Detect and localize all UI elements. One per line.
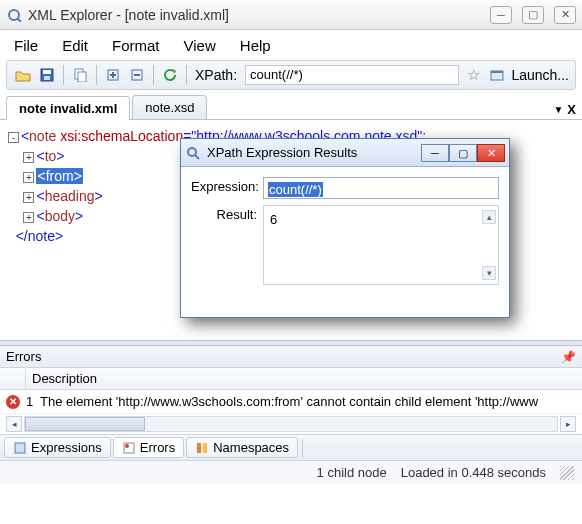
expand-all-icon[interactable] <box>103 65 123 85</box>
svg-line-1 <box>17 18 21 22</box>
dialog-maximize-button[interactable]: ▢ <box>449 144 477 162</box>
expand-toggle[interactable]: + <box>23 212 34 223</box>
tab-expressions[interactable]: Expressions <box>4 437 111 458</box>
pin-icon[interactable]: 📌 <box>561 350 576 364</box>
menu-view[interactable]: View <box>184 37 216 54</box>
save-icon[interactable] <box>37 65 57 85</box>
tab-note-invalid[interactable]: note invalid.xml <box>6 96 130 120</box>
menu-format[interactable]: Format <box>112 37 160 54</box>
result-label: Result: <box>191 205 263 225</box>
toolbar: XPath: count(//*) ☆ Launch... <box>6 60 576 90</box>
xpath-results-dialog: XPath Expression Results ─ ▢ ✕ Expressio… <box>180 138 510 318</box>
svg-rect-19 <box>197 443 201 453</box>
document-tabs: note invalid.xml note.xsd ▼ X <box>0 94 582 120</box>
scroll-left-icon[interactable]: ◂ <box>6 416 22 432</box>
tab-errors[interactable]: Errors <box>113 437 184 458</box>
tab-label: Namespaces <box>213 440 289 455</box>
expression-label: Expression: <box>191 177 263 197</box>
expand-toggle[interactable]: + <box>23 172 34 183</box>
error-description: The element 'http://www.w3schools.com:fr… <box>40 394 582 409</box>
xpath-value: count(//*) <box>250 67 303 82</box>
separator <box>186 65 187 85</box>
copy-icon[interactable] <box>70 65 90 85</box>
errors-grid-header: Description <box>0 368 582 390</box>
separator <box>302 439 303 457</box>
expand-toggle[interactable]: + <box>23 192 34 203</box>
scroll-thumb[interactable] <box>25 417 145 431</box>
separator <box>153 65 154 85</box>
svg-rect-20 <box>203 443 207 453</box>
close-button[interactable]: ✕ <box>554 6 576 24</box>
dialog-close-button[interactable]: ✕ <box>477 144 505 162</box>
col-num[interactable] <box>0 368 26 389</box>
svg-point-18 <box>125 444 129 448</box>
resize-grip[interactable] <box>560 466 574 480</box>
result-value: 6 <box>270 212 277 227</box>
separator <box>96 65 97 85</box>
error-icon: ✕ <box>6 395 20 409</box>
svg-rect-3 <box>43 70 51 74</box>
separator <box>63 65 64 85</box>
maximize-button[interactable]: ▢ <box>522 6 544 24</box>
tab-close-icon[interactable]: X <box>567 102 576 117</box>
svg-rect-17 <box>124 443 134 453</box>
tab-dropdown-icon[interactable]: ▼ <box>553 104 563 115</box>
expand-toggle[interactable]: + <box>23 152 34 163</box>
tab-namespaces[interactable]: Namespaces <box>186 437 298 458</box>
scroll-up-icon[interactable]: ▴ <box>482 210 496 224</box>
launch-label[interactable]: Launch... <box>511 67 569 83</box>
dialog-titlebar[interactable]: XPath Expression Results ─ ▢ ✕ <box>181 139 509 167</box>
statusbar: 1 child node Loaded in 0.448 seconds <box>0 460 582 484</box>
svg-rect-16 <box>15 443 25 453</box>
tab-label: Expressions <box>31 440 102 455</box>
status-nodes: 1 child node <box>317 465 387 480</box>
menu-edit[interactable]: Edit <box>62 37 88 54</box>
bottom-tabstrip: Expressions Errors Namespaces <box>0 434 582 460</box>
collapse-all-icon[interactable] <box>127 65 147 85</box>
dialog-icon <box>185 145 201 161</box>
book-icon <box>13 441 27 455</box>
error-number: 1 <box>26 394 40 409</box>
errors-hscrollbar[interactable]: ◂ ▸ <box>0 414 582 434</box>
namespace-icon <box>195 441 209 455</box>
tab-note-xsd[interactable]: note.xsd <box>132 95 207 119</box>
scroll-down-icon[interactable]: ▾ <box>482 266 496 280</box>
open-icon[interactable] <box>13 65 33 85</box>
app-icon <box>6 7 22 23</box>
dialog-title: XPath Expression Results <box>207 143 421 163</box>
expression-input[interactable]: count(//*) <box>263 177 499 199</box>
tab-label: Errors <box>140 440 175 455</box>
svg-rect-13 <box>491 71 503 73</box>
xpath-input[interactable]: count(//*) <box>245 65 459 85</box>
menu-file[interactable]: File <box>14 37 38 54</box>
tab-label: note.xsd <box>145 100 194 115</box>
xml-editor[interactable]: -<note xsi:schemaLocation="http://www.w3… <box>0 120 582 340</box>
col-description[interactable]: Description <box>26 371 97 386</box>
dialog-minimize-button[interactable]: ─ <box>421 144 449 162</box>
launch-icon[interactable] <box>487 65 507 85</box>
collapse-toggle[interactable]: - <box>8 132 19 143</box>
status-loaded: Loaded in 0.448 seconds <box>401 465 546 480</box>
minimize-button[interactable]: ─ <box>490 6 512 24</box>
xpath-label: XPath: <box>195 67 237 83</box>
errors-header: Errors 📌 <box>0 346 582 368</box>
titlebar: XML Explorer - [note invalid.xml] ─ ▢ ✕ <box>0 0 582 30</box>
expression-value: count(//*) <box>268 182 323 197</box>
favorite-icon[interactable]: ☆ <box>463 65 483 85</box>
tab-label: note invalid.xml <box>19 101 117 116</box>
svg-rect-6 <box>78 72 86 82</box>
svg-rect-4 <box>44 76 50 80</box>
errors-title: Errors <box>6 349 41 364</box>
window-controls: ─ ▢ ✕ <box>490 6 576 24</box>
refresh-icon[interactable] <box>160 65 180 85</box>
error-list-icon <box>122 441 136 455</box>
result-box: 6 ▴ ▾ <box>263 205 499 285</box>
scroll-right-icon[interactable]: ▸ <box>560 416 576 432</box>
menu-help[interactable]: Help <box>240 37 271 54</box>
window-title: XML Explorer - [note invalid.xml] <box>28 7 490 23</box>
error-row[interactable]: ✕ 1 The element 'http://www.w3schools.co… <box>0 390 582 414</box>
svg-point-14 <box>188 148 196 156</box>
menubar: File Edit Format View Help <box>0 30 582 56</box>
scroll-track[interactable] <box>24 416 558 432</box>
result-scrollbar[interactable]: ▴ ▾ <box>482 210 496 280</box>
